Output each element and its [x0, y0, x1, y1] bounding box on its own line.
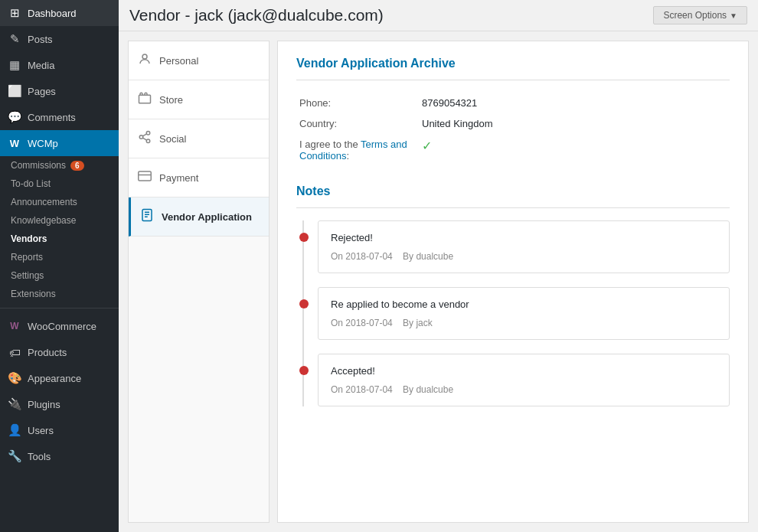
users-label: Users	[28, 425, 54, 436]
media-icon: ▦	[8, 58, 21, 72]
content-area: Personal Store Social Payment	[119, 31, 758, 532]
sidebar-item-label: Dashboard	[28, 8, 77, 19]
note-dot-2	[299, 299, 309, 308]
sidebar-sub-vendors[interactable]: Vendors	[0, 230, 119, 248]
note-by-2: By jack	[403, 318, 433, 328]
sidebar-sub-commissions[interactable]: Commissions 6	[0, 156, 119, 175]
vendor-application-title: Vendor Application Archive	[296, 57, 730, 70]
vendor-info-table: Phone: 8769054321 Country: United Kingdo…	[296, 93, 730, 166]
sidebar-item-appearance[interactable]: 🎨 Appearance	[0, 365, 119, 391]
table-row: I agree to the Terms and Conditions: ✓	[296, 134, 730, 166]
sidebar-item-label: WCMp	[28, 138, 58, 149]
tab-social[interactable]: Social	[129, 119, 269, 158]
note-by-3: By dualcube	[403, 384, 453, 395]
tab-store-label: Store	[159, 94, 183, 106]
sidebar-item-products[interactable]: 🏷 Products	[0, 339, 119, 365]
tab-vendor-application-label: Vendor Application	[162, 211, 252, 223]
tab-payment[interactable]: Payment	[129, 158, 269, 197]
table-row: Phone: 8769054321	[296, 93, 730, 113]
users-icon: 👤	[8, 423, 21, 437]
topbar: Vendor - jack (jack@dualcube.com) Screen…	[119, 0, 758, 31]
country-label: Country:	[296, 113, 419, 134]
sidebar: ⊞ Dashboard ✎ Posts ▦ Media ⬜ Pages 💬 Co…	[0, 0, 119, 532]
knowledgebase-label: Knowledgebase	[11, 215, 76, 226]
terms-check: ✓	[419, 134, 730, 166]
note-message-1: Rejected!	[331, 232, 717, 243]
note-date-1: On 2018-07-04	[331, 251, 393, 262]
products-icon: 🏷	[8, 345, 21, 359]
announcements-label: Announcements	[11, 197, 77, 207]
tab-store[interactable]: Store	[129, 80, 269, 119]
pages-icon: ⬜	[8, 84, 21, 98]
page-title: Vendor - jack (jack@dualcube.com)	[129, 6, 384, 24]
note-dot-3	[299, 366, 309, 375]
commissions-label: Commissions	[11, 160, 66, 171]
wcmp-icon: W	[8, 136, 21, 150]
sidebar-item-plugins[interactable]: 🔌 Plugins	[0, 391, 119, 417]
extensions-label: Extensions	[11, 289, 56, 299]
sidebar-item-users[interactable]: 👤 Users	[0, 417, 119, 443]
tab-personal[interactable]: Personal	[129, 41, 269, 80]
svg-point-0	[142, 54, 147, 59]
note-date-2: On 2018-07-04	[331, 318, 393, 328]
sidebar-item-wcmp[interactable]: W WCMp	[0, 130, 119, 156]
screen-options-button[interactable]: Screen Options ▼	[653, 6, 747, 24]
screen-options-label: Screen Options	[663, 10, 727, 21]
appearance-icon: 🎨	[8, 371, 21, 385]
phone-label: Phone:	[296, 93, 419, 113]
note-card-2: Re applied to become a vendor On 2018-07…	[318, 287, 730, 340]
chevron-down-icon: ▼	[730, 11, 737, 20]
tab-vendor-application[interactable]: Vendor Application	[129, 197, 269, 237]
sidebar-item-label: Pages	[28, 86, 56, 97]
vendors-label: Vendors	[11, 233, 47, 244]
svg-point-4	[146, 139, 150, 143]
personal-icon	[138, 52, 152, 69]
tab-personal-label: Personal	[159, 55, 198, 67]
svg-point-3	[139, 135, 143, 139]
tab-social-label: Social	[159, 133, 186, 145]
vendor-application-icon	[140, 208, 154, 225]
sidebar-item-pages[interactable]: ⬜ Pages	[0, 78, 119, 104]
sidebar-item-label: Posts	[28, 34, 53, 45]
terms-label: I agree to the Terms and Conditions:	[296, 134, 419, 166]
settings-label: Settings	[11, 270, 44, 281]
note-item-3: Accepted! On 2018-07-04 By dualcube	[318, 354, 730, 406]
sidebar-sub-todo[interactable]: To-do List	[0, 175, 119, 193]
tools-label: Tools	[28, 451, 51, 462]
note-meta-2: On 2018-07-04 By jack	[331, 318, 717, 328]
sidebar-sub-extensions[interactable]: Extensions	[0, 285, 119, 303]
plugins-label: Plugins	[28, 399, 60, 410]
sidebar-item-woocommerce[interactable]: W WooCommerce	[0, 313, 119, 339]
tab-payment-label: Payment	[159, 172, 198, 184]
svg-line-6	[142, 134, 146, 136]
tabs-panel: Personal Store Social Payment	[128, 41, 270, 523]
sidebar-sub-reports[interactable]: Reports	[0, 248, 119, 266]
plugins-icon: 🔌	[8, 397, 21, 411]
checkmark-icon: ✓	[422, 139, 432, 152]
sidebar-item-dashboard[interactable]: ⊞ Dashboard	[0, 0, 119, 26]
sidebar-sub-announcements[interactable]: Announcements	[0, 193, 119, 211]
commissions-badge: 6	[70, 161, 84, 171]
sidebar-item-media[interactable]: ▦ Media	[0, 52, 119, 78]
sidebar-item-tools[interactable]: 🔧 Tools	[0, 443, 119, 469]
svg-line-5	[142, 138, 146, 140]
svg-rect-1	[139, 95, 151, 103]
sidebar-sub-knowledgebase[interactable]: Knowledgebase	[0, 211, 119, 230]
note-message-2: Re applied to become a vendor	[331, 299, 717, 310]
sidebar-item-comments[interactable]: 💬 Comments	[0, 104, 119, 130]
todo-label: To-do List	[11, 178, 51, 189]
terms-link[interactable]: Terms and Conditions	[299, 139, 407, 162]
note-message-3: Accepted!	[331, 365, 717, 377]
note-by-1: By dualcube	[403, 251, 453, 262]
comments-icon: 💬	[8, 110, 21, 124]
store-icon	[138, 91, 152, 108]
note-item-1: Rejected! On 2018-07-04 By dualcube	[318, 220, 730, 273]
sidebar-item-posts[interactable]: ✎ Posts	[0, 26, 119, 52]
sidebar-item-label: Media	[28, 60, 54, 71]
sidebar-sub-settings[interactable]: Settings	[0, 266, 119, 285]
main-area: Vendor - jack (jack@dualcube.com) Screen…	[119, 0, 758, 532]
svg-point-2	[146, 132, 150, 135]
posts-icon: ✎	[8, 32, 21, 46]
note-card-3: Accepted! On 2018-07-04 By dualcube	[318, 354, 730, 406]
table-row: Country: United Kingdom	[296, 113, 730, 134]
